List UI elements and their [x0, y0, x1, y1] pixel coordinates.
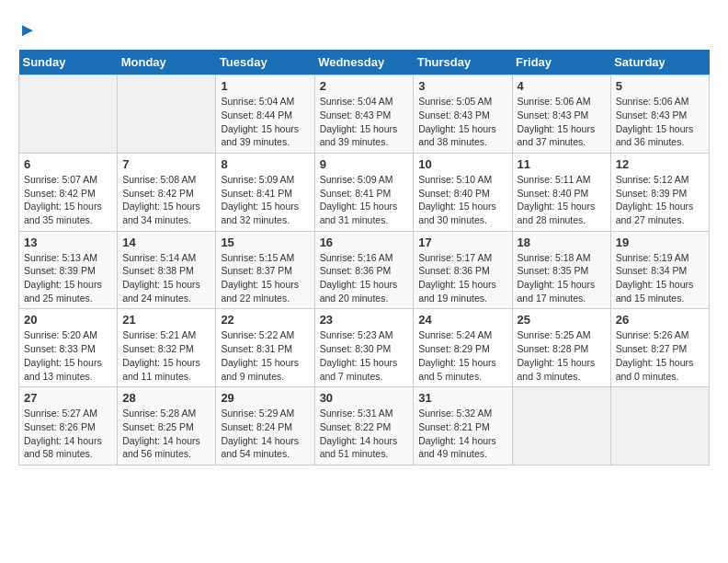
day-info: Sunrise: 5:11 AM Sunset: 8:40 PM Dayligh… [518, 173, 606, 227]
day-number: 29 [221, 391, 309, 405]
day-info: Sunrise: 5:09 AM Sunset: 8:41 PM Dayligh… [320, 173, 409, 227]
day-number: 5 [616, 79, 704, 93]
day-header-tuesday: Tuesday [216, 50, 314, 75]
day-info: Sunrise: 5:28 AM Sunset: 8:25 PM Dayligh… [122, 407, 210, 461]
logo-text: ► [18, 18, 37, 40]
day-info: Sunrise: 5:27 AM Sunset: 8:26 PM Dayligh… [24, 407, 112, 461]
day-info: Sunrise: 5:17 AM Sunset: 8:36 PM Dayligh… [418, 251, 506, 305]
day-number: 31 [418, 391, 506, 405]
calendar-cell: 18Sunrise: 5:18 AM Sunset: 8:35 PM Dayli… [512, 231, 610, 309]
calendar-week-row: 6Sunrise: 5:07 AM Sunset: 8:42 PM Daylig… [19, 153, 710, 231]
day-info: Sunrise: 5:09 AM Sunset: 8:41 PM Dayligh… [221, 173, 309, 227]
day-number: 26 [616, 313, 704, 327]
calendar-cell: 1Sunrise: 5:04 AM Sunset: 8:44 PM Daylig… [216, 75, 314, 154]
day-info: Sunrise: 5:12 AM Sunset: 8:39 PM Dayligh… [616, 173, 704, 227]
calendar-cell: 8Sunrise: 5:09 AM Sunset: 8:41 PM Daylig… [216, 153, 314, 231]
day-info: Sunrise: 5:20 AM Sunset: 8:33 PM Dayligh… [24, 328, 112, 383]
calendar-cell: 21Sunrise: 5:21 AM Sunset: 8:32 PM Dayli… [118, 309, 216, 387]
day-info: Sunrise: 5:04 AM Sunset: 8:43 PM Dayligh… [320, 95, 409, 149]
day-number: 20 [24, 313, 112, 327]
calendar-cell [610, 387, 709, 465]
day-info: Sunrise: 5:21 AM Sunset: 8:32 PM Dayligh… [122, 328, 210, 383]
calendar-cell [512, 387, 610, 465]
calendar-cell: 14Sunrise: 5:14 AM Sunset: 8:38 PM Dayli… [118, 231, 216, 309]
day-info: Sunrise: 5:06 AM Sunset: 8:43 PM Dayligh… [518, 95, 606, 149]
day-number: 25 [518, 313, 606, 327]
day-info: Sunrise: 5:29 AM Sunset: 8:24 PM Dayligh… [221, 407, 309, 461]
calendar-cell: 17Sunrise: 5:17 AM Sunset: 8:36 PM Dayli… [414, 231, 512, 309]
calendar-cell: 4Sunrise: 5:06 AM Sunset: 8:43 PM Daylig… [512, 75, 610, 154]
calendar-cell: 5Sunrise: 5:06 AM Sunset: 8:43 PM Daylig… [610, 75, 709, 154]
day-info: Sunrise: 5:26 AM Sunset: 8:27 PM Dayligh… [616, 328, 704, 383]
day-info: Sunrise: 5:32 AM Sunset: 8:21 PM Dayligh… [418, 407, 506, 461]
calendar-cell: 20Sunrise: 5:20 AM Sunset: 8:33 PM Dayli… [19, 309, 118, 387]
day-info: Sunrise: 5:10 AM Sunset: 8:40 PM Dayligh… [418, 173, 506, 227]
calendar-cell: 28Sunrise: 5:28 AM Sunset: 8:25 PM Dayli… [118, 387, 216, 465]
day-number: 9 [320, 157, 409, 171]
calendar-cell: 19Sunrise: 5:19 AM Sunset: 8:34 PM Dayli… [610, 231, 709, 309]
day-number: 7 [122, 157, 210, 171]
calendar-week-row: 13Sunrise: 5:13 AM Sunset: 8:39 PM Dayli… [19, 231, 710, 309]
calendar-cell: 16Sunrise: 5:16 AM Sunset: 8:36 PM Dayli… [314, 231, 414, 309]
day-number: 21 [122, 313, 210, 327]
day-number: 28 [122, 391, 210, 405]
day-number: 10 [418, 157, 506, 171]
day-number: 27 [24, 391, 112, 405]
day-info: Sunrise: 5:31 AM Sunset: 8:22 PM Dayligh… [320, 407, 409, 461]
day-header-wednesday: Wednesday [314, 50, 414, 75]
day-number: 19 [616, 236, 704, 249]
day-number: 4 [518, 79, 606, 93]
day-number: 1 [221, 79, 309, 93]
day-info: Sunrise: 5:14 AM Sunset: 8:38 PM Dayligh… [122, 251, 210, 305]
day-number: 16 [320, 236, 409, 249]
calendar-cell [118, 75, 216, 154]
day-number: 18 [518, 236, 606, 249]
logo: ► [18, 18, 37, 40]
day-info: Sunrise: 5:13 AM Sunset: 8:39 PM Dayligh… [24, 251, 112, 305]
calendar-cell: 13Sunrise: 5:13 AM Sunset: 8:39 PM Dayli… [19, 231, 118, 309]
day-number: 15 [221, 236, 309, 249]
calendar-cell: 12Sunrise: 5:12 AM Sunset: 8:39 PM Dayli… [610, 153, 709, 231]
calendar-body: 1Sunrise: 5:04 AM Sunset: 8:44 PM Daylig… [19, 75, 710, 465]
calendar-cell: 23Sunrise: 5:23 AM Sunset: 8:30 PM Dayli… [314, 309, 414, 387]
day-number: 30 [320, 391, 409, 405]
calendar-cell: 9Sunrise: 5:09 AM Sunset: 8:41 PM Daylig… [314, 153, 414, 231]
day-number: 24 [418, 313, 506, 327]
day-info: Sunrise: 5:18 AM Sunset: 8:35 PM Dayligh… [518, 251, 606, 305]
calendar-table: SundayMondayTuesdayWednesdayThursdayFrid… [18, 50, 710, 465]
calendar-week-row: 27Sunrise: 5:27 AM Sunset: 8:26 PM Dayli… [19, 387, 710, 465]
calendar-cell: 30Sunrise: 5:31 AM Sunset: 8:22 PM Dayli… [314, 387, 414, 465]
calendar-cell: 24Sunrise: 5:24 AM Sunset: 8:29 PM Dayli… [414, 309, 512, 387]
day-number: 6 [24, 157, 112, 171]
day-header-friday: Friday [512, 50, 610, 75]
day-number: 12 [616, 157, 704, 171]
calendar-cell: 3Sunrise: 5:05 AM Sunset: 8:43 PM Daylig… [414, 75, 512, 154]
day-info: Sunrise: 5:06 AM Sunset: 8:43 PM Dayligh… [616, 95, 704, 149]
calendar-cell: 29Sunrise: 5:29 AM Sunset: 8:24 PM Dayli… [216, 387, 314, 465]
day-number: 13 [24, 236, 112, 249]
day-info: Sunrise: 5:19 AM Sunset: 8:34 PM Dayligh… [616, 251, 704, 305]
calendar-week-row: 20Sunrise: 5:20 AM Sunset: 8:33 PM Dayli… [19, 309, 710, 387]
calendar-cell: 31Sunrise: 5:32 AM Sunset: 8:21 PM Dayli… [414, 387, 512, 465]
calendar-cell: 11Sunrise: 5:11 AM Sunset: 8:40 PM Dayli… [512, 153, 610, 231]
day-number: 8 [221, 157, 309, 171]
day-number: 22 [221, 313, 309, 327]
calendar-cell: 25Sunrise: 5:25 AM Sunset: 8:28 PM Dayli… [512, 309, 610, 387]
day-number: 3 [418, 79, 506, 93]
calendar-cell: 2Sunrise: 5:04 AM Sunset: 8:43 PM Daylig… [314, 75, 414, 154]
day-info: Sunrise: 5:16 AM Sunset: 8:36 PM Dayligh… [320, 251, 409, 305]
calendar-cell: 27Sunrise: 5:27 AM Sunset: 8:26 PM Dayli… [19, 387, 118, 465]
day-info: Sunrise: 5:23 AM Sunset: 8:30 PM Dayligh… [320, 328, 409, 383]
day-number: 23 [320, 313, 409, 327]
day-number: 14 [122, 236, 210, 249]
calendar-week-row: 1Sunrise: 5:04 AM Sunset: 8:44 PM Daylig… [19, 75, 710, 154]
day-info: Sunrise: 5:22 AM Sunset: 8:31 PM Dayligh… [221, 328, 309, 383]
calendar-cell: 26Sunrise: 5:26 AM Sunset: 8:27 PM Dayli… [610, 309, 709, 387]
day-header-thursday: Thursday [414, 50, 512, 75]
day-number: 17 [418, 236, 506, 249]
day-info: Sunrise: 5:15 AM Sunset: 8:37 PM Dayligh… [221, 251, 309, 305]
calendar-cell: 10Sunrise: 5:10 AM Sunset: 8:40 PM Dayli… [414, 153, 512, 231]
day-info: Sunrise: 5:24 AM Sunset: 8:29 PM Dayligh… [418, 328, 506, 383]
page-header: ► [18, 18, 710, 40]
day-info: Sunrise: 5:25 AM Sunset: 8:28 PM Dayligh… [518, 328, 606, 383]
